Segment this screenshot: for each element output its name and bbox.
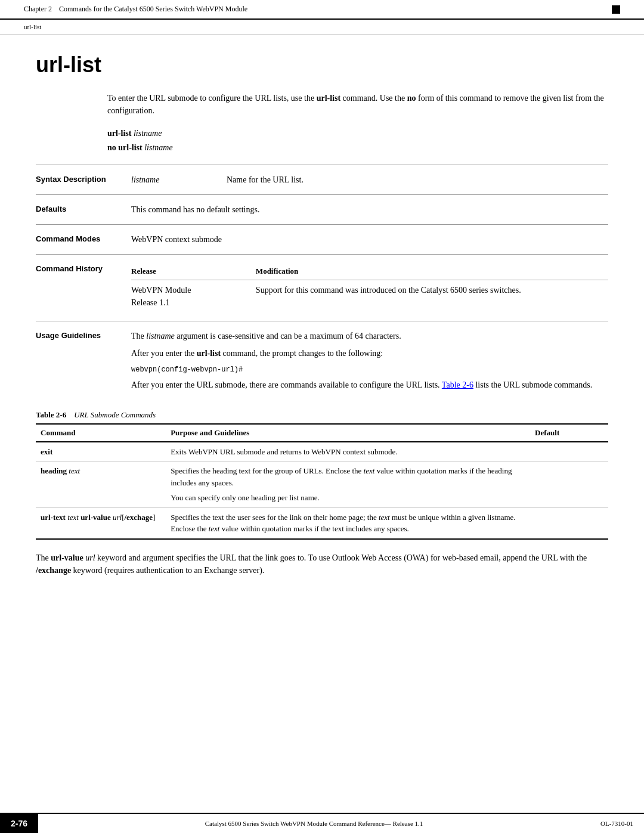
url-submode-commands-table: Command Purpose and Guidelines Default e… (36, 423, 608, 540)
footer-para-italic1: url (85, 553, 95, 562)
col-default-header: Default (530, 424, 608, 442)
command-modes-text: WebVPN context submode (131, 235, 222, 244)
footer-doc-title: Catalyst 6500 Series Switch WebVPN Modul… (38, 814, 590, 833)
defaults-text: This command has no default settings. (131, 205, 259, 214)
usage-para-2: After you enter the url-list command, th… (131, 347, 608, 360)
breadcrumb: url-list (0, 20, 644, 35)
usage-guidelines-label: Usage Guidelines (36, 330, 131, 340)
footer-para-mid2: keyword and argument specifies the URL t… (95, 553, 587, 562)
table-row: exit Exits WebVPN URL submode and return… (36, 442, 608, 462)
table-header-row: Command Purpose and Guidelines Default (36, 424, 608, 442)
intro-bold2: no (407, 94, 416, 103)
syntax-term: listname (131, 174, 203, 186)
syntax-desc-table: listname Name for the URL list. (131, 174, 608, 186)
cmd-exit: exit (36, 442, 166, 462)
command-history-label: Command History (36, 263, 131, 273)
usage-para-1: The listname argument is case-sensitive … (131, 330, 608, 342)
default-exit (530, 442, 608, 462)
purpose-heading: Specifies the heading text for the group… (166, 462, 530, 508)
intro-paragraph: To enter the URL submode to configure th… (107, 92, 608, 117)
usage-p2-pre: After you enter the (131, 349, 197, 358)
history-row: WebVPN ModuleRelease 1.1 Support for thi… (131, 280, 608, 312)
section-command-history: Command History Release Modification Web… (36, 254, 608, 321)
section-syntax-description: Syntax Description listname Name for the… (36, 165, 608, 194)
table-caption-post: URL Submode Commands (74, 410, 156, 419)
page-title: url-list (36, 52, 608, 78)
intro-text1: To enter the URL submode to configure th… (107, 94, 317, 103)
usage-p1-italic: listname (146, 332, 174, 340)
intro-text2: command. Use the (340, 94, 407, 103)
syntax-cmd-2-bold: no url-list (107, 143, 143, 152)
syntax-line-1: url-list listname (107, 129, 608, 138)
history-modification-header: Modification (256, 263, 608, 280)
command-history-content: Release Modification WebVPN ModuleReleas… (131, 263, 608, 312)
usage-p1-post: argument is case-sensitive and can be a … (175, 332, 401, 340)
syntax-cmd-1-bold: url-list (107, 129, 131, 138)
col-command-header: Command (36, 424, 166, 442)
intro-bold1: url-list (317, 94, 340, 103)
table-row: heading text Specifies the heading text … (36, 462, 608, 508)
history-table: Release Modification WebVPN ModuleReleas… (131, 263, 608, 312)
main-content: url-list To enter the URL submode to con… (0, 35, 644, 636)
syntax-description-text: Name for the URL list. (227, 174, 304, 186)
syntax-description-label: Syntax Description (36, 174, 131, 184)
syntax-line-2: no url-list listname (107, 143, 608, 153)
command-modes-content: WebVPN context submode (131, 233, 608, 246)
footer-para-pre: The (36, 553, 51, 562)
page: Chapter 2 Commands for the Catalyst 6500… (0, 0, 644, 833)
header-chapter: Chapter 2 Commands for the Catalyst 6500… (24, 5, 247, 14)
usage-para-3: After you enter the URL submode, there a… (131, 379, 608, 391)
section-usage-guidelines: Usage Guidelines The listname argument i… (36, 321, 608, 404)
cmd-heading: heading text (36, 462, 166, 508)
footer-page-number: 2-76 (0, 814, 38, 833)
history-release-header: Release (131, 263, 256, 280)
usage-p2-bold: url-list (197, 349, 221, 358)
usage-p3-pre: After you enter the URL submode, there a… (131, 380, 442, 389)
table-caption-pre: Table 2-6 (36, 410, 66, 419)
command-modes-label: Command Modes (36, 233, 131, 243)
default-heading (530, 462, 608, 508)
col-purpose-header: Purpose and Guidelines (166, 424, 530, 442)
usage-p3-post: lists the URL submode commands. (473, 380, 592, 389)
syntax-cmd-2-italic: listname (143, 143, 173, 152)
section-defaults: Defaults This command has no default set… (36, 194, 608, 224)
usage-guidelines-content: The listname argument is case-sensitive … (131, 330, 608, 396)
syntax-description-content: listname Name for the URL list. (131, 174, 608, 186)
usage-p3-link[interactable]: Table 2-6 (442, 380, 473, 389)
section-command-modes: Command Modes WebVPN context submode (36, 224, 608, 254)
footer-para-bold1: url-value (51, 553, 83, 562)
table-caption: Table 2-6 URL Submode Commands (36, 410, 608, 420)
usage-p1-pre: The (131, 332, 146, 340)
footer-paragraph: The url-value url keyword and argument s… (36, 552, 608, 577)
usage-p2-post: command, the prompt changes to the follo… (221, 349, 383, 358)
history-modification-value: Support for this command was introduced … (256, 280, 608, 312)
purpose-exit: Exits WebVPN URL submode and returns to … (166, 442, 530, 462)
defaults-content: This command has no default settings. (131, 203, 608, 216)
header-indicator (612, 5, 620, 14)
code-block: webvpn(config-webvpn-url)# (131, 364, 608, 375)
table-row: url-text text url-value url[/exchage] Sp… (36, 507, 608, 539)
cmd-url-text: url-text text url-value url[/exchage] (36, 507, 166, 539)
page-header: Chapter 2 Commands for the Catalyst 6500… (0, 0, 644, 20)
defaults-label: Defaults (36, 203, 131, 213)
default-url-text (530, 507, 608, 539)
page-footer: 2-76 Catalyst 6500 Series Switch WebVPN … (0, 813, 644, 833)
footer-para-bold2: /exchange (36, 566, 71, 575)
footer-para-post: keyword (requires authentication to an E… (71, 566, 264, 575)
syntax-cmd-1-italic: listname (131, 129, 162, 138)
footer-doc-num: OL-7310-01 (590, 814, 644, 833)
purpose-url-text: Specifies the text the user sees for the… (166, 507, 530, 539)
history-release-value: WebVPN ModuleRelease 1.1 (131, 280, 256, 312)
